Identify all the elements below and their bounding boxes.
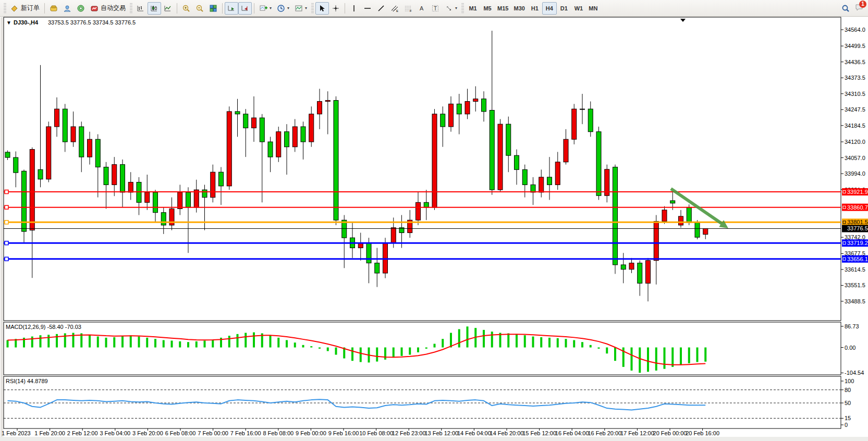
candle-body xyxy=(424,202,429,207)
time-tick-label: 6 Feb 08:00 xyxy=(165,430,196,436)
hline-handle[interactable] xyxy=(5,190,8,194)
toolbar-grip[interactable] xyxy=(461,3,464,14)
signals-button[interactable] xyxy=(74,2,88,15)
macd-histogram-bar xyxy=(253,333,255,348)
horizontal-line-button[interactable] xyxy=(361,2,374,15)
toolbar-grip[interactable] xyxy=(4,3,6,14)
line-chart-button[interactable] xyxy=(161,2,175,15)
hline-handle[interactable] xyxy=(5,257,8,261)
toolbar-grip[interactable] xyxy=(311,3,314,14)
macd-histogram-bar xyxy=(548,338,551,348)
time-tick-label: 10 Feb 08:00 xyxy=(359,430,393,436)
community-button[interactable] xyxy=(60,2,74,15)
candle-body xyxy=(580,109,585,109)
tile-windows-icon xyxy=(209,4,217,13)
hline-handle[interactable] xyxy=(5,220,8,224)
crosshair-button[interactable] xyxy=(329,2,343,15)
candle-body xyxy=(14,157,18,173)
timeframe-button-mn[interactable]: MN xyxy=(586,2,601,15)
auto-scroll-button[interactable] xyxy=(225,2,238,15)
timeframe-button-h1[interactable]: H1 xyxy=(528,2,542,15)
macd-histogram-bar xyxy=(154,339,156,347)
timeframe-label: M15 xyxy=(497,5,508,11)
new-order-button[interactable]: 新订单 xyxy=(8,2,42,15)
indicators-icon xyxy=(259,4,267,13)
timeframe-button-m1[interactable]: M1 xyxy=(466,2,480,15)
macd-histogram-bar xyxy=(97,336,99,347)
candle-body xyxy=(112,165,117,185)
candlestick-chart-button[interactable] xyxy=(148,2,161,15)
candle-body xyxy=(46,127,51,179)
horizontal-line-icon xyxy=(363,4,372,13)
separator xyxy=(254,3,254,14)
text-label-button[interactable]: T xyxy=(429,2,442,15)
macd-histogram-bar xyxy=(7,340,9,347)
toolbar-grip[interactable] xyxy=(130,3,132,14)
fibonacci-button[interactable]: F xyxy=(401,2,415,15)
candle-body xyxy=(260,118,264,142)
macd-histogram-bar xyxy=(64,333,66,347)
vertical-line-button[interactable] xyxy=(347,2,361,15)
indicators-button[interactable]: ▾ xyxy=(256,2,274,15)
time-axis: 1 Feb 20231 Feb 20:002 Feb 12:003 Feb 04… xyxy=(2,428,719,436)
fibonacci-icon: F xyxy=(404,4,412,13)
macd-histogram-bar xyxy=(581,342,583,347)
timeframe-button-m30[interactable]: M30 xyxy=(511,2,527,15)
macd-histogram-bar xyxy=(31,336,33,347)
timeframe-button-d1[interactable]: D1 xyxy=(557,2,571,15)
trendline-icon xyxy=(377,4,385,13)
candle-body xyxy=(695,223,700,237)
text-button[interactable]: A xyxy=(415,2,429,15)
chat-button[interactable]: 1 xyxy=(852,2,866,15)
candle-body xyxy=(235,112,240,114)
macd-histogram-bar xyxy=(384,348,386,360)
search-button[interactable] xyxy=(839,2,852,15)
new-order-icon xyxy=(10,4,19,13)
trendline-button[interactable] xyxy=(374,2,388,15)
tile-windows-button[interactable] xyxy=(206,2,220,15)
candle-body xyxy=(572,109,577,139)
candle-body xyxy=(531,185,535,192)
macd-histogram-bar xyxy=(598,348,600,349)
zoom-out-button[interactable] xyxy=(193,2,206,15)
equidistant-channel-button[interactable]: E xyxy=(388,2,401,15)
arrows-button[interactable]: ▾ xyxy=(442,2,460,15)
macd-histogram-bar xyxy=(146,338,148,348)
macd-histogram-bar xyxy=(319,348,321,349)
candle-body xyxy=(5,152,10,157)
macd-histogram-bar xyxy=(327,348,329,351)
timeframe-button-m5[interactable]: M5 xyxy=(480,2,495,15)
macd-histogram-bar xyxy=(409,348,411,355)
cursor-button[interactable] xyxy=(315,2,329,15)
history-icon xyxy=(50,4,58,13)
candle-body xyxy=(482,99,486,112)
candle-body xyxy=(104,167,108,185)
timeframe-button-h4[interactable]: H4 xyxy=(542,2,557,15)
timeframe-button-m15[interactable]: M15 xyxy=(495,2,511,15)
hline-handle[interactable] xyxy=(5,241,8,245)
macd-histogram-bar xyxy=(614,348,616,361)
macd-histogram-bar xyxy=(417,348,419,352)
chart-shift-button[interactable] xyxy=(238,2,252,15)
candle-body xyxy=(366,243,371,263)
candle-body xyxy=(334,101,338,220)
auto-scroll-icon xyxy=(227,4,236,13)
zoom-in-button[interactable] xyxy=(179,2,193,15)
timeframe-label: D1 xyxy=(560,5,568,11)
autotrading-button[interactable]: 自动交易 xyxy=(88,2,128,15)
candle-body xyxy=(227,112,231,186)
candle xyxy=(572,104,577,144)
autotrading-label: 自动交易 xyxy=(101,4,126,13)
collapse-icon[interactable]: ▼ xyxy=(6,20,11,26)
time-tick-label: 12 Feb 23:00 xyxy=(392,430,426,436)
time-tick-label: 8 Feb 08:00 xyxy=(263,430,294,436)
periods-button[interactable]: ▾ xyxy=(274,2,292,15)
history-center-button[interactable] xyxy=(47,2,60,15)
bar-chart-button[interactable] xyxy=(134,2,148,15)
svg-text:E: E xyxy=(396,9,398,13)
candle-body xyxy=(317,102,322,114)
timeframe-button-w1[interactable]: W1 xyxy=(571,2,586,15)
price-tick-label: 34120.0 xyxy=(845,139,865,145)
templates-button[interactable]: ▾ xyxy=(292,2,310,15)
hline-handle[interactable] xyxy=(5,205,8,209)
